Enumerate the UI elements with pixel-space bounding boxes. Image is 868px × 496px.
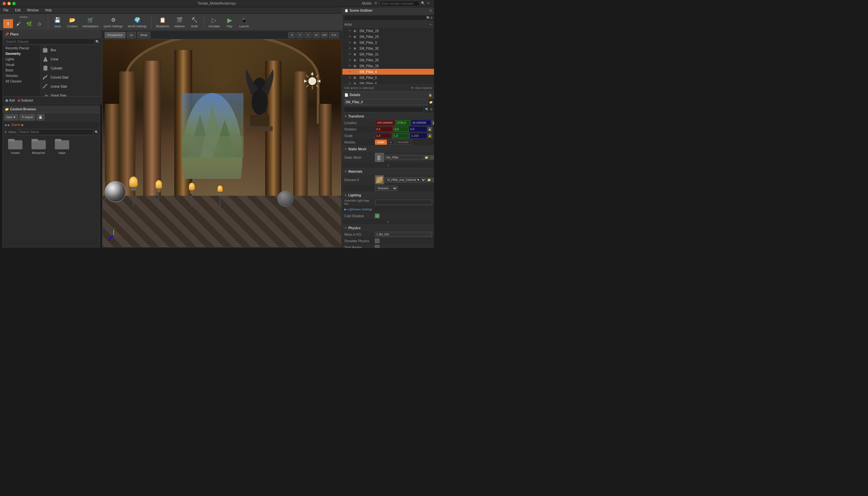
cb-back-btn[interactable]: ◀ bbox=[4, 123, 6, 127]
so-search-btn[interactable]: 🔍 bbox=[427, 16, 430, 19]
add-btn[interactable]: Add bbox=[5, 99, 15, 102]
close-button[interactable] bbox=[3, 2, 6, 5]
dp-search-input[interactable] bbox=[344, 107, 424, 112]
cb-import-btn[interactable]: ⬆ Import bbox=[19, 114, 35, 121]
mode-btn-1[interactable]: 🖌 bbox=[14, 19, 24, 28]
toolbar-quick-settings[interactable]: ⚙ Quick Settings bbox=[102, 15, 125, 29]
folder-maps[interactable]: Maps bbox=[52, 138, 72, 155]
search-btn[interactable]: 🔍 bbox=[95, 39, 100, 44]
so-settings-icon[interactable]: ⚙ bbox=[430, 9, 432, 12]
folder-assets[interactable]: Assets bbox=[5, 138, 25, 155]
location-x[interactable] bbox=[375, 120, 395, 125]
vp-perspective-tab[interactable]: Perspective bbox=[105, 32, 126, 38]
sm-browse-btn[interactable]: 📁 bbox=[424, 155, 429, 160]
so-item-7[interactable]: 👁 ▣ SM_Pillar_4 bbox=[342, 69, 434, 75]
so-item-8[interactable]: 👁 ▣ SM_Pillar_5 bbox=[342, 75, 434, 80]
mat-browse-btn[interactable]: 📁 bbox=[427, 177, 431, 182]
class-spiral-stair[interactable]: Spiral Stair bbox=[40, 91, 101, 96]
maximize-button[interactable] bbox=[12, 2, 16, 5]
so-item-5[interactable]: 👁 ▣ SM_Pillar_38 bbox=[342, 57, 434, 63]
minimize-button[interactable] bbox=[7, 2, 11, 5]
class-curved-stair[interactable]: Curved Stair bbox=[40, 73, 101, 82]
subtract-btn[interactable]: Subtract bbox=[17, 99, 33, 102]
cat-volumes[interactable]: Volumes bbox=[3, 73, 40, 79]
mode-btn-2[interactable]: 🌿 bbox=[24, 19, 34, 28]
toolbar-play[interactable]: ▶ Play bbox=[223, 15, 236, 29]
mat-arrow-btn[interactable]: → bbox=[432, 177, 434, 182]
cat-all-classes[interactable]: All Classes bbox=[3, 79, 40, 84]
class-cylinder[interactable]: Cylinder bbox=[40, 64, 101, 73]
cat-recently-placed[interactable]: Recently Placed bbox=[3, 45, 40, 51]
dp-search-btn[interactable]: 🔍 bbox=[425, 108, 429, 111]
dp-name-input[interactable] bbox=[344, 99, 428, 105]
toolbar-build[interactable]: 🔨 Build bbox=[188, 15, 201, 29]
location-lock-btn[interactable]: 🔒 bbox=[432, 121, 434, 125]
dp-settings-btn[interactable]: ⚙ bbox=[430, 108, 433, 111]
mode-btn-0[interactable]: ⬆ bbox=[3, 19, 13, 28]
so-item-3[interactable]: 👁 ▣ SM_Pillar_30 bbox=[342, 45, 434, 51]
vp-ctrl-3[interactable]: 1 bbox=[305, 32, 312, 38]
vp-ctrl-6[interactable]: 6.21 bbox=[329, 32, 339, 38]
start-awake-checkbox[interactable] bbox=[375, 245, 379, 248]
toolbar-save[interactable]: 💾 Save bbox=[51, 15, 64, 29]
rotation-lock-btn[interactable]: 🔒 bbox=[428, 127, 432, 131]
actor-col-sort[interactable]: ▼ bbox=[429, 23, 432, 26]
menu-help[interactable]: Help bbox=[44, 8, 53, 13]
vp-ctrl-1[interactable]: G bbox=[288, 32, 295, 38]
so-item-4[interactable]: 👁 ▣ SM_Pillar_31 bbox=[342, 51, 434, 57]
dp-lock-icon[interactable]: 🔒 bbox=[429, 93, 432, 97]
menu-file[interactable]: File bbox=[2, 8, 10, 13]
console-input[interactable] bbox=[380, 1, 420, 6]
static-btn[interactable]: Static bbox=[375, 140, 387, 145]
cat-geometry[interactable]: Geometry bbox=[3, 51, 40, 57]
toolbar-simulate[interactable]: ▷ Simulate bbox=[206, 15, 222, 29]
toolbar-world-settings[interactable]: 🌍 World Settings bbox=[126, 15, 149, 29]
physics-header[interactable]: ▼ Physics bbox=[342, 224, 434, 231]
so-item-1[interactable]: 👁 ▣ SM_Pillar_29 bbox=[342, 34, 434, 40]
toolbar-blueprints[interactable]: 📋 Blueprints bbox=[154, 15, 171, 29]
vp-show-tab[interactable]: Show bbox=[137, 32, 151, 38]
so-settings-btn[interactable]: ⚙ bbox=[430, 16, 433, 19]
materials-header[interactable]: ▼ Materials bbox=[342, 168, 434, 175]
cb-forward-btn[interactable]: ▶ bbox=[8, 123, 10, 127]
so-search-input[interactable] bbox=[344, 15, 427, 21]
settings-icon[interactable]: ⚙ bbox=[374, 1, 379, 6]
so-item-2[interactable]: 👁 ▣ SM_Pillar_3 bbox=[342, 40, 434, 45]
light-expand-arrow[interactable]: ▼ bbox=[342, 219, 434, 224]
location-z[interactable] bbox=[411, 120, 431, 125]
location-y[interactable] bbox=[396, 120, 410, 125]
toolbar-content[interactable]: 📂 Content bbox=[65, 15, 79, 29]
vp-lit-tab[interactable]: Lit bbox=[127, 32, 136, 38]
scale-y[interactable] bbox=[392, 133, 409, 138]
transform-header[interactable]: ▼ Transform bbox=[342, 113, 434, 120]
window-controls[interactable] bbox=[3, 2, 16, 5]
cat-visual[interactable]: Visual bbox=[3, 62, 40, 67]
viewport[interactable]: Perspective Lit Show G C 1 10 100 6.21 bbox=[102, 31, 341, 248]
class-linear-stair[interactable]: Linear Stair bbox=[40, 82, 101, 91]
mass-input[interactable] bbox=[375, 232, 432, 237]
override-lightmap-input[interactable] bbox=[375, 200, 432, 205]
toolbar-launch[interactable]: 📱 Launch bbox=[237, 15, 251, 29]
sm-expand-arrow[interactable]: ▼ bbox=[342, 162, 434, 168]
sm-arrow-btn[interactable]: → bbox=[430, 155, 434, 160]
mat-source-select[interactable]: Textures bbox=[375, 186, 398, 191]
cat-lights[interactable]: Lights bbox=[3, 57, 40, 62]
rotation-y[interactable] bbox=[393, 127, 408, 132]
vp-ctrl-4[interactable]: 10 bbox=[313, 32, 320, 38]
cb-search-btn[interactable]: 🔍 bbox=[95, 130, 98, 134]
stationary-btn[interactable]: ▸ bbox=[388, 140, 394, 145]
movable-btn[interactable]: Movable bbox=[396, 140, 411, 145]
so-item-6[interactable]: 👁 ▣ SM_Pillar_39 bbox=[342, 63, 434, 69]
class-box[interactable]: Box bbox=[40, 45, 101, 55]
cb-search-input[interactable] bbox=[17, 129, 94, 135]
menu-edit[interactable]: Edit bbox=[14, 8, 22, 13]
cast-shadow-checkbox[interactable]: ✓ bbox=[375, 214, 379, 218]
rotation-z[interactable] bbox=[409, 127, 427, 132]
cb-new-btn[interactable]: New ▼ bbox=[4, 114, 18, 121]
so-item-0[interactable]: 👁 ▣ SM_Pillar_28 bbox=[342, 28, 434, 34]
sm-mesh-input[interactable] bbox=[385, 155, 424, 160]
static-mesh-header[interactable]: ▼ Static Mesh bbox=[342, 146, 434, 152]
scale-x[interactable] bbox=[375, 133, 392, 138]
sim-phys-checkbox[interactable] bbox=[375, 238, 379, 243]
folder-blueprints[interactable]: Blueprints bbox=[29, 138, 48, 155]
